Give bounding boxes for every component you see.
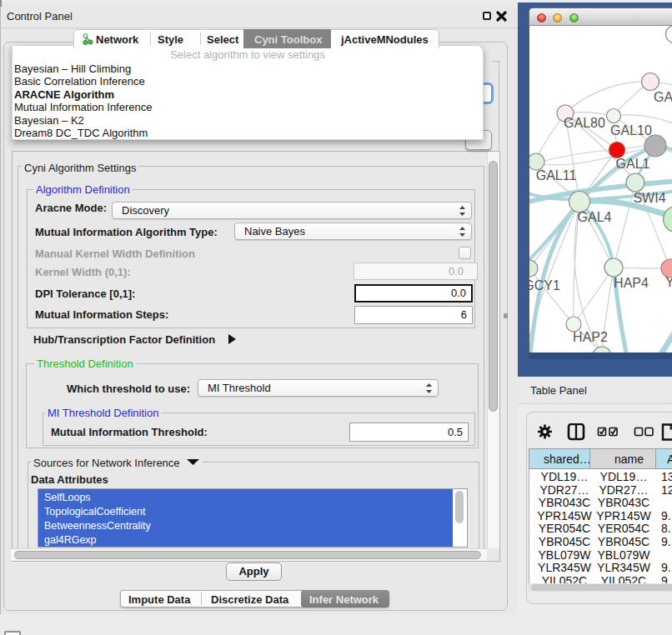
svg-text:Y: Y bbox=[665, 275, 672, 289]
svg-text:GAL11: GAL11 bbox=[536, 168, 577, 182]
svg-text:HAP2: HAP2 bbox=[573, 330, 608, 344]
svg-text:GAL2: GAL2 bbox=[654, 90, 672, 104]
svg-text:GAL80: GAL80 bbox=[564, 116, 605, 130]
svg-text:GCY1: GCY1 bbox=[529, 278, 560, 292]
svg-text:GAL4: GAL4 bbox=[578, 210, 612, 224]
svg-text:GAL1: GAL1 bbox=[616, 157, 650, 171]
svg-text:SWI4: SWI4 bbox=[633, 191, 665, 205]
svg-text:GAL10: GAL10 bbox=[610, 123, 652, 138]
svg-text:HAP4: HAP4 bbox=[614, 276, 649, 290]
